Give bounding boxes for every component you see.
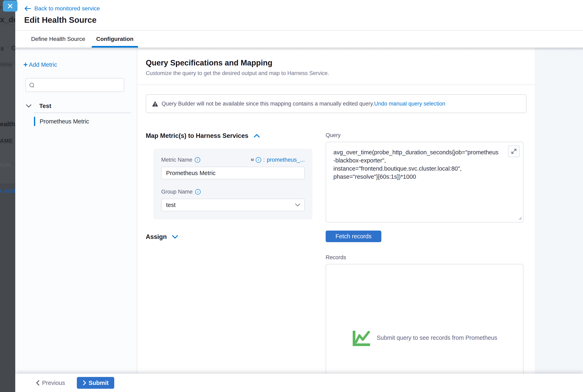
fetch-records-button[interactable]: Fetch records [326,230,381,242]
expand-query-button[interactable] [508,145,520,157]
tab-configuration[interactable]: Configuration [92,30,138,48]
metric-name-input[interactable] [161,167,305,179]
group-divider [34,113,131,113]
previous-label: Previous [42,380,65,386]
tab-bar: Define Health Source Configuration [15,30,583,48]
backdrop-text-fragment: rom [0,161,10,168]
previous-button[interactable]: Previous [35,380,65,386]
backdrop-text-fragment: + Add [0,188,16,194]
assign-section-toggle[interactable]: Assign [146,233,312,240]
chevron-right-icon [82,380,86,386]
metric-search-input[interactable] [36,82,120,88]
search-icon [29,83,34,87]
group-name-value: test [166,202,176,208]
query-column: Query avg_over_time(probe_http_duration_… [326,132,524,374]
records-panel: Submit query to see records from Prometh… [326,264,524,374]
records-empty-message: Submit query to see records from Prometh… [377,334,497,341]
records-label: Records [326,254,524,261]
group-name-label: Group Name [161,189,193,195]
add-metric-label: Add Metric [29,62,57,68]
main-panel: Query Specifications and Mapping Customi… [137,48,535,374]
metric-item-label: Prometheus Metric [40,118,89,125]
modal-body: + Add Metric Test Prometheus Metric [15,48,583,374]
chevron-left-icon [35,380,40,386]
edit-health-source-modal: Back to monitored service Edit Health So… [15,0,583,392]
assign-title: Assign [146,233,167,240]
resize-handle-icon[interactable] [517,216,522,221]
undo-manual-query-link[interactable]: Undo manual query selection [374,101,445,107]
query-label: Query [326,132,524,138]
metric-mapping-card: Metric Name i Id i : prometheus_... [153,149,312,220]
query-editor[interactable]: avg_over_time(probe_http_duration_second… [326,142,524,222]
metric-search-box[interactable] [25,78,124,92]
tab-label: Define Health Source [31,36,85,42]
plus-icon: + [23,61,28,68]
line-chart-icon [352,330,372,346]
close-icon [7,3,13,9]
edit-health-source-screen: nt x_dev s C view ealth S AME rom + Add … [0,0,583,392]
expand-icon [511,148,517,154]
warning-text: Query Builder will not be available sinc… [162,101,374,107]
sidebar-item-prometheus-metric[interactable]: Prometheus Metric [34,117,131,126]
section-divider [137,84,535,85]
chevron-down-icon [295,203,300,206]
id-value-link[interactable]: prometheus_... [267,156,305,163]
tab-define-health-source[interactable]: Define Health Source [27,30,90,48]
selected-indicator [34,117,35,126]
info-icon[interactable]: i [195,189,201,194]
chevron-up-icon [254,134,260,138]
back-to-monitored-service-link[interactable]: Back to monitored service [24,5,583,12]
chevron-down-icon [26,104,31,108]
records-empty-state: Submit query to see records from Prometh… [326,330,523,346]
backdrop-text-fragment: s [0,45,4,52]
tab-label: Configuration [96,36,133,42]
backdrop-text-fragment: view [0,61,12,68]
id-label: Id [251,158,253,162]
section-heading: Query Specifications and Mapping [146,58,535,67]
chevron-down-icon [172,235,178,239]
modal-footer: Previous Submit [15,374,583,392]
add-metric-button[interactable]: + Add Metric [23,61,131,68]
arrow-left-icon [24,6,31,11]
info-icon[interactable]: i [195,157,200,163]
back-link-label: Back to monitored service [34,5,100,12]
metric-group-name: Test [39,102,51,110]
mapping-column: Map Metric(s) to Harness Services Metric… [146,132,312,374]
query-builder-warning-banner: Query Builder will not be available sinc… [146,94,527,113]
id-separator: : [263,157,265,163]
warning-triangle-icon [152,101,158,107]
map-metrics-section-toggle[interactable]: Map Metric(s) to Harness Services [146,132,312,140]
right-gutter [535,48,583,374]
backdrop-text-fragment: AME [0,138,13,144]
page-title: Edit Health Source [24,16,583,24]
info-icon[interactable]: i [256,157,261,163]
metrics-sidebar: + Add Metric Test Prometheus Metric [15,48,137,374]
submit-button[interactable]: Submit [77,377,114,389]
submit-label: Submit [89,380,108,386]
metric-name-label: Metric Name [161,157,192,163]
group-name-select[interactable]: test [161,199,305,211]
query-text[interactable]: avg_over_time(probe_http_duration_second… [333,148,500,181]
metric-group-test[interactable]: Test [26,102,131,110]
modal-header: Back to monitored service Edit Health So… [15,0,583,30]
close-modal-button[interactable] [3,0,17,12]
section-subheading: Customize the query to get the desired o… [146,70,535,76]
map-metrics-title: Map Metric(s) to Harness Services [146,132,248,140]
